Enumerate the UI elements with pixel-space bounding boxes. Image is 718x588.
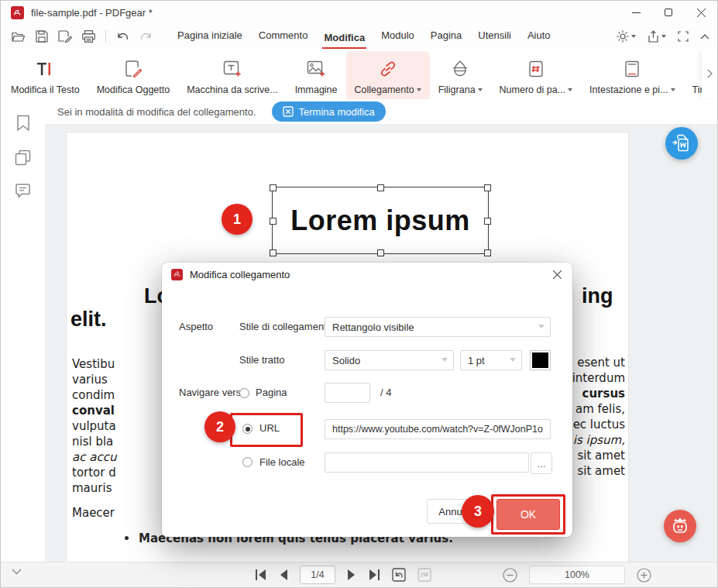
tool-immagine[interactable]: Immagine <box>287 51 346 100</box>
last-page-icon[interactable] <box>368 569 380 580</box>
zoom-out-icon[interactable] <box>503 568 517 583</box>
tool-macchina-da-scrivere[interactable]: Macchina da scrive... <box>178 51 286 100</box>
first-page-icon[interactable] <box>255 569 267 580</box>
pdf-paragraph-left: Vestibu varius condim conval vulputa nis… <box>72 356 116 496</box>
close-button[interactable] <box>685 1 717 24</box>
pagina-radio[interactable] <box>239 388 249 398</box>
tool-collegamento[interactable]: Collegamento <box>346 51 430 100</box>
tool-modifica-oggetto[interactable]: Modifica Oggetto <box>88 51 179 100</box>
next-page-icon[interactable] <box>347 569 356 580</box>
link-selection-box[interactable]: Lorem ipsum <box>272 187 489 254</box>
zoom-level-indicator[interactable]: 100% <box>529 566 625 584</box>
zoom-in-icon[interactable] <box>637 568 651 583</box>
bookmarks-icon[interactable] <box>16 115 30 132</box>
file-locale-radio[interactable] <box>242 457 253 467</box>
resize-handle[interactable] <box>377 184 384 191</box>
dialog-title-bar: Modifica collegamento <box>162 263 572 286</box>
resize-handle[interactable] <box>484 184 491 191</box>
collapse-ribbon-button[interactable] <box>700 34 709 40</box>
stroke-width-select[interactable]: 1 pt <box>460 350 522 370</box>
chevron-down-icon <box>661 35 666 38</box>
title-bar: file-sample.pdf - PDFgear * <box>1 1 717 24</box>
ok-highlight-rect: OK <box>491 494 565 535</box>
pdf-subheading-fragment: elit. <box>70 308 107 332</box>
resize-handle[interactable] <box>270 218 277 225</box>
menu-aiuto[interactable]: Aiuto <box>526 29 552 49</box>
app-window: file-sample.pdf - PDFgear * <box>0 0 718 588</box>
url-input-value[interactable] <box>332 424 543 435</box>
step-2-badge: 2 <box>204 411 235 442</box>
resize-handle[interactable] <box>484 218 491 225</box>
menu-bar: Pagina iniziale Commento Modifica Modulo… <box>1 24 717 49</box>
previous-page-icon[interactable] <box>279 569 288 580</box>
window-title: file-sample.pdf - PDFgear * <box>31 7 620 19</box>
pdf-subheading-fragment: ing <box>582 284 613 308</box>
resize-handle[interactable] <box>270 184 277 191</box>
pdf-paragraph-left2: Maecer <box>72 505 115 521</box>
print-icon[interactable] <box>82 30 95 43</box>
close-box-icon <box>283 106 294 117</box>
dropdown-caret-icon <box>417 88 421 91</box>
pdf-heading: Lorem ipsum <box>290 205 470 237</box>
ai-assistant-button[interactable] <box>664 510 696 542</box>
edit-text-icon <box>36 59 53 79</box>
chevron-down-icon <box>510 358 516 362</box>
tool-modifica-testo[interactable]: Modifica il Testo <box>2 51 88 100</box>
browse-button[interactable]: ... <box>531 452 552 474</box>
redo-action-icon[interactable] <box>417 568 431 582</box>
menu-modulo[interactable]: Modulo <box>380 29 416 49</box>
edit-mode-message: Sei in modalità di modifica del collegam… <box>57 106 256 118</box>
typewriter-icon <box>223 59 242 79</box>
minimize-button[interactable] <box>620 1 652 24</box>
tool-filigrana[interactable]: Filigrana <box>430 51 491 100</box>
resize-handle[interactable] <box>270 249 277 256</box>
resize-handle[interactable] <box>484 249 491 256</box>
zoom-controls: 100% <box>503 562 651 587</box>
pagina-option-label[interactable]: Pagina <box>256 383 287 403</box>
collapse-panel-icon[interactable] <box>12 569 22 575</box>
file-path-input[interactable] <box>325 452 529 473</box>
page-number-icon <box>527 59 545 79</box>
page-thumbnails-icon[interactable] <box>15 150 31 166</box>
stroke-color-swatch[interactable] <box>530 350 551 370</box>
dropdown-caret-icon <box>671 88 675 91</box>
stroke-style-select[interactable]: Solido <box>325 350 454 370</box>
open-file-icon[interactable] <box>12 31 26 43</box>
navigate-to-label: Navigare verso <box>179 383 246 403</box>
menu-pagina-iniziale[interactable]: Pagina iniziale <box>176 29 244 49</box>
save-icon[interactable] <box>36 30 48 43</box>
chevron-down-icon <box>538 325 545 328</box>
page-indicator[interactable]: 1/4 <box>300 566 335 584</box>
tool-numero-di-pagina[interactable]: Numero di pa... <box>491 51 581 100</box>
file-locale-label[interactable]: File locale <box>259 452 305 473</box>
aspetto-label: Aspetto <box>179 317 213 337</box>
chevron-down-icon <box>631 35 636 38</box>
undo-action-icon[interactable] <box>392 568 406 582</box>
ok-button[interactable]: OK <box>496 499 560 530</box>
edit-mode-info-bar: Sei in modalità di modifica del collegam… <box>45 99 717 125</box>
link-style-select[interactable]: Rettangolo visibile <box>325 317 551 337</box>
pdfgear-logo-icon <box>171 269 183 280</box>
status-bar: 1/4 100% <box>1 562 717 587</box>
resize-handle[interactable] <box>377 249 384 256</box>
dialog-close-button[interactable] <box>541 263 572 286</box>
watermark-icon <box>451 59 469 79</box>
termina-modifica-button[interactable]: Termina modifica <box>272 101 386 122</box>
save-as-icon[interactable] <box>58 30 72 43</box>
undo-icon[interactable] <box>116 31 129 42</box>
ribbon-scroll-right-button[interactable] <box>702 49 717 98</box>
comments-icon[interactable] <box>15 184 31 199</box>
url-input[interactable] <box>325 419 551 439</box>
theme-toggle-button[interactable] <box>617 30 636 43</box>
page-number-input[interactable] <box>325 383 370 403</box>
menu-pagina[interactable]: Pagina <box>429 29 463 49</box>
redo-icon[interactable] <box>139 31 153 42</box>
menu-utensili[interactable]: Utensili <box>476 29 513 49</box>
menu-commento[interactable]: Commento <box>257 29 310 49</box>
maximize-button[interactable] <box>652 1 685 24</box>
menu-modifica[interactable]: Modifica <box>322 32 366 50</box>
tool-intestazione[interactable]: Intestazione e pi... <box>581 51 683 100</box>
convert-to-word-button[interactable] <box>665 127 698 160</box>
fullscreen-button[interactable] <box>678 31 689 42</box>
share-button[interactable] <box>648 30 666 43</box>
